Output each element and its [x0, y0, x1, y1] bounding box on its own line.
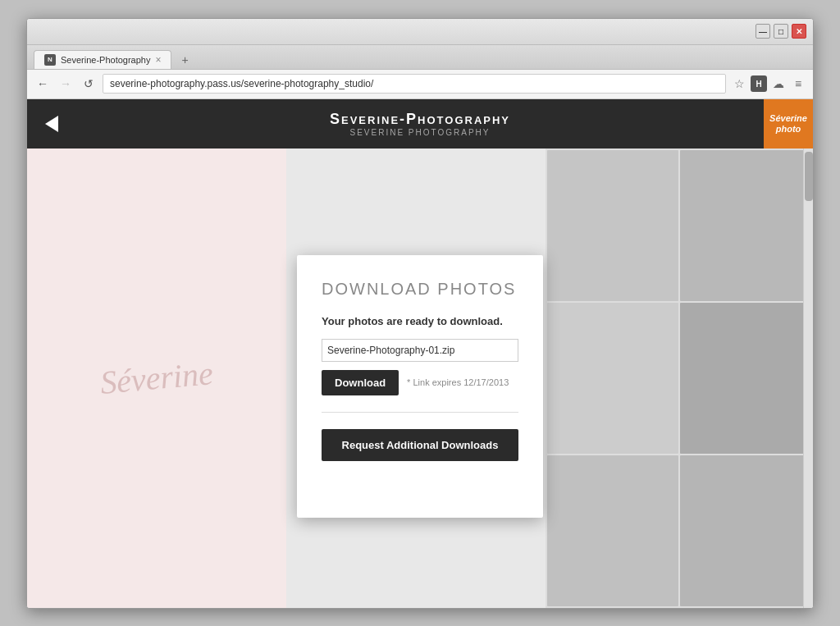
modal-subtitle: Your photos are ready to download. [322, 315, 518, 327]
maximize-button[interactable]: □ [774, 24, 788, 39]
menu-icon[interactable]: ≡ [790, 75, 806, 92]
gallery-right-panel [546, 149, 813, 608]
gallery-grid [546, 149, 813, 608]
gallery-cell [680, 455, 811, 606]
gallery-background: Séverine [27, 149, 813, 608]
title-bar: — □ ✕ [27, 19, 813, 45]
modal-title: Download Photos [322, 280, 518, 299]
close-button[interactable]: ✕ [792, 24, 806, 39]
gallery-left-panel: Séverine [27, 149, 286, 608]
site-subtitle: Severine Photography [76, 128, 764, 137]
file-name-input[interactable] [322, 339, 518, 362]
browser-tab[interactable]: N Severine-Photography × [34, 50, 171, 69]
star-icon[interactable]: ☆ [731, 75, 747, 92]
site-title: Severine-Photography [76, 111, 764, 128]
extensions-icon[interactable]: H [751, 75, 767, 92]
site-logo: Séverinephoto [764, 99, 813, 149]
tab-title: Severine-Photography [61, 55, 150, 65]
download-button[interactable]: Download [322, 370, 399, 395]
logo-text: Séverinephoto [769, 113, 807, 133]
gallery-watermark: Séverine [98, 354, 214, 402]
browser-window: — □ ✕ N Severine-Photography × + ← → ↺ ☆… [26, 18, 814, 609]
request-additional-button[interactable]: Request Additional Downloads [322, 429, 518, 461]
scrollbar-thumb[interactable] [805, 152, 813, 201]
back-button[interactable]: ← [34, 75, 52, 93]
address-bar: ← → ↺ ☆ H ☁ ≡ [27, 70, 813, 99]
gallery-cell [547, 455, 678, 606]
gallery-cell [547, 303, 678, 454]
tab-bar: N Severine-Photography × + [27, 45, 813, 70]
site-back-button[interactable] [27, 99, 76, 149]
title-bar-controls: — □ ✕ [756, 24, 806, 39]
download-modal: Download Photos Your photos are ready to… [297, 255, 543, 518]
back-arrow-icon [45, 116, 58, 132]
cloud-icon[interactable]: ☁ [770, 75, 787, 92]
address-icons: ☆ H ☁ ≡ [731, 75, 806, 92]
modal-divider [322, 412, 518, 413]
tab-close-button[interactable]: × [155, 54, 161, 66]
gallery-cell [680, 303, 811, 454]
tab-favicon: N [44, 54, 56, 66]
gallery-cell [547, 150, 678, 301]
scrollbar[interactable] [803, 149, 813, 608]
minimize-button[interactable]: — [756, 24, 770, 39]
forward-button[interactable]: → [57, 75, 75, 93]
address-input[interactable] [103, 74, 726, 94]
download-row: Download * Link expires 12/17/2013 [322, 370, 518, 395]
refresh-button[interactable]: ↺ [80, 75, 98, 93]
expiry-text: * Link expires 12/17/2013 [407, 377, 509, 387]
site-header-title: Severine-Photography Severine Photograph… [76, 111, 764, 137]
new-tab-button[interactable]: + [175, 51, 194, 69]
website-content: Severine-Photography Severine Photograph… [27, 99, 813, 608]
gallery-cell [680, 150, 811, 301]
site-header: Severine-Photography Severine Photograph… [27, 99, 813, 149]
